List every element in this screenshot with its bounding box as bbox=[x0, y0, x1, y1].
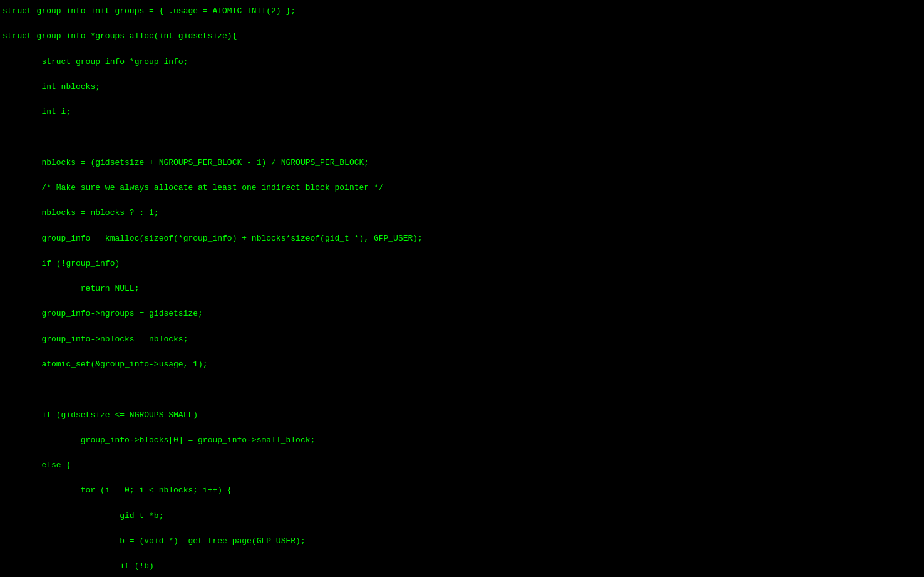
code-line: /* Make sure we always allocate at least… bbox=[3, 182, 921, 194]
code-line bbox=[3, 93, 921, 106]
code-line: group_info = kmalloc(sizeof(*group_info)… bbox=[3, 232, 921, 245]
code-line bbox=[3, 118, 921, 131]
code-line bbox=[3, 383, 921, 396]
code-line: b = (void *)__get_free_page(GFP_USER); bbox=[3, 535, 921, 548]
code-display: struct group_info init_groups = { .usage… bbox=[0, 0, 924, 577]
code-line bbox=[3, 573, 921, 577]
code-line: struct group_info init_groups = { .usage… bbox=[3, 5, 921, 18]
code-line: gid_t *b; bbox=[3, 510, 921, 522]
code-line: atomic_set(&group_info->usage, 1); bbox=[3, 358, 921, 371]
code-line: int nblocks; bbox=[3, 81, 921, 93]
code-line bbox=[3, 43, 921, 55]
code-line: group_info->ngroups = gidsetsize; bbox=[3, 308, 921, 320]
code-line: nblocks = (gidsetsize + NGROUPS_PER_BLOC… bbox=[3, 157, 921, 169]
code-line bbox=[3, 396, 921, 408]
code-line bbox=[3, 548, 921, 560]
code-line: struct group_info *groups_alloc(int gids… bbox=[3, 30, 921, 43]
code-line bbox=[3, 68, 921, 81]
code-line: group_info->nblocks = nblocks; bbox=[3, 333, 921, 346]
code-line bbox=[3, 472, 921, 484]
code-line bbox=[3, 219, 921, 232]
code-line bbox=[3, 346, 921, 358]
code-line bbox=[3, 270, 921, 283]
code-line bbox=[3, 169, 921, 182]
code-line: else { bbox=[3, 459, 921, 472]
code-line bbox=[3, 447, 921, 459]
code-line: if (gidsetsize <= NGROUPS_SMALL) bbox=[3, 409, 921, 422]
code-line bbox=[3, 522, 921, 535]
code-line bbox=[3, 18, 921, 30]
code-line bbox=[3, 295, 921, 308]
code-line bbox=[3, 245, 921, 257]
code-line: int i; bbox=[3, 106, 921, 118]
code-line bbox=[3, 422, 921, 434]
code-line bbox=[3, 144, 921, 157]
code-line: for (i = 0; i < nblocks; i++) { bbox=[3, 484, 921, 497]
code-line bbox=[3, 371, 921, 383]
code-line bbox=[3, 131, 921, 143]
code-line: struct group_info *group_info; bbox=[3, 56, 921, 68]
code-line bbox=[3, 321, 921, 333]
code-line bbox=[3, 194, 921, 207]
code-line bbox=[3, 497, 921, 509]
code-line: return NULL; bbox=[3, 283, 921, 295]
code-line: if (!b) bbox=[3, 560, 921, 573]
code-line: group_info->blocks[0] = group_info->smal… bbox=[3, 434, 921, 447]
code-line: if (!group_info) bbox=[3, 257, 921, 270]
code-line: nblocks = nblocks ? : 1; bbox=[3, 207, 921, 219]
